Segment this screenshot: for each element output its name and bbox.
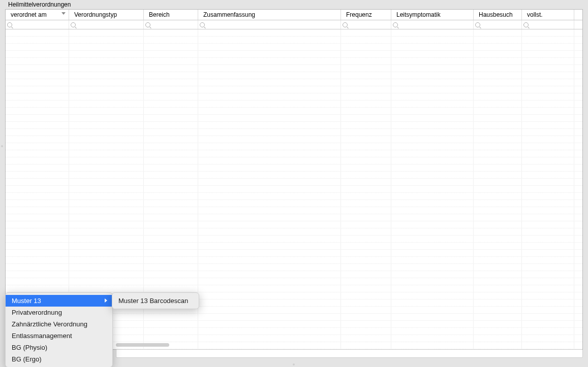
table-row[interactable] <box>6 29 582 37</box>
col-hausbesuch[interactable]: Hausbesuch <box>474 10 522 20</box>
table-row[interactable] <box>6 236 582 243</box>
col-vollst[interactable]: vollst. <box>522 10 574 20</box>
table-cell <box>474 79 522 86</box>
table-row[interactable] <box>6 243 582 250</box>
table-row[interactable] <box>6 278 582 285</box>
bottom-input[interactable] <box>116 349 583 358</box>
context-submenu[interactable]: Muster 13 Barcodescan <box>112 292 199 309</box>
table-cell <box>391 335 474 342</box>
menu-item[interactable]: BG (Ergo) <box>6 353 112 365</box>
table-row[interactable] <box>6 285 582 292</box>
menu-item[interactable]: BG (Physio) <box>6 342 112 353</box>
table-cell <box>69 115 144 121</box>
table-row[interactable] <box>6 108 582 115</box>
table-cell <box>391 79 474 86</box>
bottom-splitter-handle-icon[interactable] <box>293 363 295 365</box>
filter-verordnungstyp[interactable] <box>69 20 144 29</box>
table-row[interactable] <box>6 101 582 108</box>
table-cell <box>391 58 474 64</box>
table-cell <box>144 214 198 221</box>
table-row[interactable] <box>6 200 582 207</box>
table-cell <box>474 72 522 79</box>
table-cell <box>474 193 522 199</box>
table-cell <box>198 179 341 185</box>
table-row[interactable] <box>6 214 582 221</box>
table-row[interactable] <box>6 271 582 278</box>
table-cell <box>6 164 69 171</box>
table-row[interactable] <box>6 172 582 179</box>
filter-zusammenfassung[interactable] <box>198 20 341 29</box>
table-row[interactable] <box>6 207 582 214</box>
filter-verordnet-am[interactable] <box>6 20 69 29</box>
table-row[interactable] <box>6 164 582 172</box>
context-menu[interactable]: Muster 13PrivatverordnungZahnärztliche V… <box>5 292 113 367</box>
filter-hausbesuch[interactable] <box>474 20 522 29</box>
table-row[interactable] <box>6 51 582 58</box>
left-splitter-handle-icon[interactable] <box>1 145 3 147</box>
filter-bereich[interactable] <box>144 20 198 29</box>
table-cell <box>391 29 474 36</box>
table-cell <box>198 250 341 256</box>
filter-vollst[interactable] <box>522 20 574 29</box>
table-row[interactable] <box>6 228 582 236</box>
table-cell <box>474 299 522 306</box>
table-cell <box>341 278 391 285</box>
table-row[interactable] <box>6 37 582 44</box>
table-cell <box>391 314 474 320</box>
table-row[interactable] <box>6 250 582 257</box>
table-row[interactable] <box>6 221 582 228</box>
table-cell <box>341 221 391 228</box>
table-cell <box>144 193 198 199</box>
scrollbar-thumb[interactable] <box>116 343 169 347</box>
menu-item[interactable]: Muster 13 <box>6 295 112 307</box>
table-cell <box>341 172 391 178</box>
table-row[interactable] <box>6 257 582 264</box>
submenu-item[interactable]: Muster 13 Barcodescan <box>112 295 199 307</box>
table-cell <box>6 129 69 136</box>
menu-item[interactable]: Zahnärztliche Verordnung <box>6 318 112 330</box>
table-row[interactable] <box>6 186 582 193</box>
table-row[interactable] <box>6 157 582 164</box>
table-row[interactable] <box>6 93 582 101</box>
table-row[interactable] <box>6 179 582 186</box>
table-row[interactable] <box>6 193 582 200</box>
table-cell <box>341 314 391 320</box>
table-row[interactable] <box>6 122 582 129</box>
table-cell <box>69 86 144 93</box>
table-cell <box>522 143 574 150</box>
col-verordnungstyp[interactable]: Verordnungstyp <box>69 10 144 20</box>
table-cell <box>522 321 574 327</box>
table-row[interactable] <box>6 143 582 150</box>
table-cell <box>474 221 522 228</box>
col-frequenz[interactable]: Frequenz <box>341 10 391 20</box>
col-verordnet-am[interactable]: verordnet am <box>6 10 69 20</box>
filter-leitsymptomatik[interactable] <box>391 20 474 29</box>
menu-item[interactable]: Privatverordnung <box>6 307 112 318</box>
table-row[interactable] <box>6 58 582 65</box>
table-row[interactable] <box>6 79 582 86</box>
table-row[interactable] <box>6 129 582 136</box>
menu-item[interactable]: Entlassmanagement <box>6 330 112 342</box>
table-row[interactable] <box>6 72 582 79</box>
table-cell <box>69 37 144 43</box>
table-cell <box>474 236 522 242</box>
filter-frequenz[interactable] <box>341 20 391 29</box>
table-cell <box>341 200 391 207</box>
table-row[interactable] <box>6 44 582 51</box>
table-row[interactable] <box>6 264 582 271</box>
col-leitsymptomatik[interactable]: Leitsymptomatik <box>391 10 474 20</box>
table-cell <box>391 143 474 150</box>
table-row[interactable] <box>6 65 582 72</box>
table-row[interactable] <box>6 115 582 122</box>
table-cell <box>391 243 474 249</box>
table-row[interactable] <box>6 86 582 93</box>
col-bereich[interactable]: Bereich <box>144 10 198 20</box>
col-label: Verordnungstyp <box>74 11 117 18</box>
col-zusammenfassung[interactable]: Zusammenfassung <box>198 10 341 20</box>
table-cell <box>198 136 341 143</box>
table-row[interactable] <box>6 150 582 157</box>
table-row[interactable] <box>6 136 582 143</box>
table-cell <box>6 221 69 228</box>
table-cell <box>522 307 574 313</box>
table-cell <box>474 58 522 64</box>
